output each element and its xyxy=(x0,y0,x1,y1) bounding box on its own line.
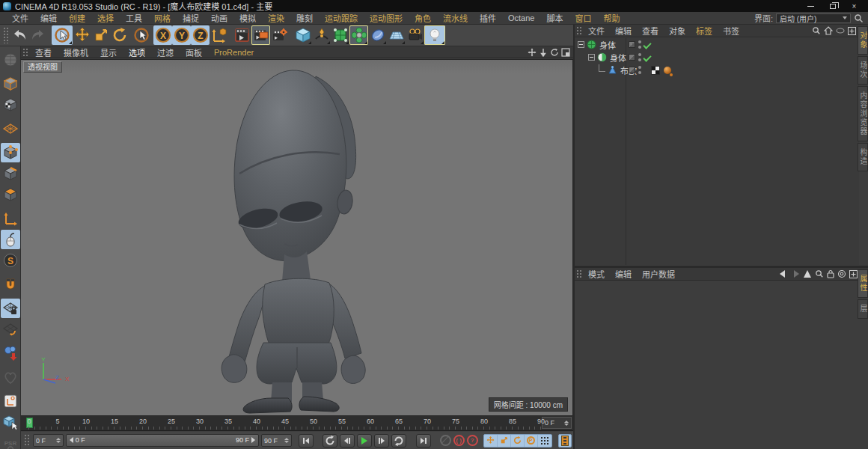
render-view-button[interactable] xyxy=(233,25,251,45)
visibility-dots-icon[interactable] xyxy=(638,66,641,75)
record-active-objects-button[interactable]: ( ) xyxy=(453,435,465,446)
object-manager-menu-item[interactable]: 编辑 xyxy=(610,25,637,37)
menu-item[interactable]: 运动跟踪 xyxy=(319,12,364,24)
rotate-tool-button[interactable] xyxy=(110,25,129,45)
coordinate-system-button[interactable] xyxy=(210,25,228,45)
expand-toggle-icon[interactable] xyxy=(588,54,595,61)
enable-axis-icon[interactable] xyxy=(1,209,20,228)
enabled-check-icon[interactable] xyxy=(644,55,650,61)
phong-tag-icon[interactable] xyxy=(664,67,671,74)
panel-tab[interactable]: 对象 xyxy=(858,26,868,55)
loop-button[interactable] xyxy=(391,434,406,448)
uvw-tag-icon[interactable] xyxy=(651,66,660,75)
history-back-icon[interactable] xyxy=(779,270,788,278)
close-button[interactable]: × xyxy=(843,0,865,12)
add-light-button[interactable] xyxy=(424,25,445,45)
add-deformer-button[interactable] xyxy=(349,25,368,45)
attribute-manager-grip[interactable] xyxy=(576,269,581,279)
texture-mode-icon[interactable] xyxy=(1,95,20,114)
end-frame-field[interactable]: 90 F xyxy=(261,434,292,447)
keyframe-point-level-toggle[interactable] xyxy=(538,435,551,447)
object-manager-menu-item[interactable]: 文件 xyxy=(583,25,610,37)
expand-toggle-icon[interactable] xyxy=(578,41,584,48)
layout-select[interactable]: 启动 (用户) xyxy=(776,13,851,23)
isolate-view-icon[interactable] xyxy=(1,412,20,432)
polygons-mode-icon[interactable] xyxy=(1,185,20,204)
object-manager-menu-item[interactable]: 查看 xyxy=(637,25,664,37)
workplane-mode-icon[interactable] xyxy=(1,119,20,138)
panel-tab[interactable]: 内容浏览器 xyxy=(858,86,868,141)
redo-button[interactable] xyxy=(28,25,47,45)
menu-item[interactable]: 窗口 xyxy=(569,12,597,24)
menu-item[interactable]: 插件 xyxy=(474,12,502,24)
add-subdivision-surface-button[interactable] xyxy=(331,25,349,45)
add-spline-mask-button[interactable] xyxy=(368,25,387,45)
start-frame-field[interactable]: 0 F xyxy=(33,434,64,447)
minimize-button[interactable] xyxy=(800,0,822,12)
viewport-menu-grip[interactable] xyxy=(22,48,28,57)
goto-start-button[interactable] xyxy=(299,434,314,448)
object-manager-menu-item[interactable]: 对象 xyxy=(664,25,691,37)
viewport-solo-icon[interactable] xyxy=(1,230,20,249)
eye-icon[interactable] xyxy=(836,28,845,34)
toggle-view-icon[interactable] xyxy=(561,48,570,57)
search-icon[interactable] xyxy=(815,269,824,278)
keyframe-parameter-toggle[interactable]: P xyxy=(525,435,538,447)
timeline-ruler[interactable]: 0 F 051015202530354045505560657075808590 xyxy=(21,416,573,431)
workplane-lock-icon[interactable] xyxy=(1,299,20,318)
transport-grip[interactable] xyxy=(24,434,29,447)
layer-chip[interactable] xyxy=(629,67,635,73)
object-row[interactable]: 身体 xyxy=(575,38,859,51)
menu-item[interactable]: 动画 xyxy=(205,12,233,24)
rotate-camera-icon[interactable] xyxy=(550,48,559,57)
keyframe-scale-toggle[interactable] xyxy=(498,435,511,447)
previous-frame-button[interactable] xyxy=(340,434,355,448)
viewport-menu-item[interactable]: 显示 xyxy=(94,46,123,58)
visibility-dots-icon[interactable] xyxy=(638,40,641,49)
history-forward-icon[interactable] xyxy=(791,270,800,278)
add-panel-icon[interactable] xyxy=(849,270,858,278)
menu-item[interactable]: 角色 xyxy=(409,12,437,24)
menu-item[interactable]: 雕刻 xyxy=(290,12,319,24)
magnet-snap-icon[interactable] xyxy=(1,275,20,294)
viewport-menu-item[interactable]: 查看 xyxy=(29,46,58,58)
edges-mode-icon[interactable] xyxy=(1,164,20,183)
range-right-arrow-icon[interactable] xyxy=(251,437,255,443)
record-key-icon[interactable] xyxy=(440,435,451,446)
object-row[interactable]: 身体 xyxy=(575,51,859,64)
menu-item[interactable]: 工具 xyxy=(120,12,148,24)
add-camera-button[interactable] xyxy=(406,25,424,45)
object-manager-list[interactable]: 身体身体布欧 xyxy=(575,38,859,265)
viewport-menu-item[interactable]: 面板 xyxy=(180,46,208,58)
add-floor-button[interactable] xyxy=(387,25,406,45)
search-icon[interactable] xyxy=(854,13,864,23)
current-frame-field[interactable]: 0 F xyxy=(542,417,572,429)
add-panel-icon[interactable] xyxy=(848,27,856,35)
axis-center-icon[interactable] xyxy=(1,391,20,411)
object-manager-grip[interactable] xyxy=(576,26,581,36)
model-mode-icon[interactable] xyxy=(1,74,20,94)
menu-item[interactable]: 文件 xyxy=(6,12,34,24)
toolbar-grip[interactable] xyxy=(3,27,8,43)
panel-tab[interactable]: 场次 xyxy=(858,56,868,85)
spinner-arrows-icon[interactable] xyxy=(564,421,569,426)
home-icon[interactable] xyxy=(824,26,833,35)
render-to-picture-viewer-button[interactable] xyxy=(251,25,270,45)
menu-item[interactable]: 捕捉 xyxy=(177,12,205,24)
pan-camera-icon[interactable] xyxy=(528,48,537,57)
psr-transfer-icon[interactable]: PSR xyxy=(1,436,20,449)
favorites-icon[interactable] xyxy=(1,367,20,387)
viewport-menu-item[interactable]: 过滤 xyxy=(151,46,180,58)
lock-y-axis-button[interactable]: Y xyxy=(172,25,191,45)
make-editable-icon[interactable] xyxy=(1,50,20,70)
add-spline-pen-button[interactable] xyxy=(312,25,331,45)
view-label[interactable]: 透视视图 xyxy=(23,61,62,73)
attribute-manager-menu-item[interactable]: 编辑 xyxy=(610,268,637,280)
target-icon[interactable] xyxy=(837,269,846,278)
next-frame-button[interactable] xyxy=(374,434,389,448)
menu-item[interactable]: 网格 xyxy=(148,12,177,24)
snap-toggle-icon[interactable]: S xyxy=(1,251,20,270)
attribute-manager-menu-item[interactable]: 用户数据 xyxy=(637,268,680,280)
points-mode-icon[interactable] xyxy=(1,143,20,162)
drop-to-floor-icon[interactable] xyxy=(1,343,20,363)
